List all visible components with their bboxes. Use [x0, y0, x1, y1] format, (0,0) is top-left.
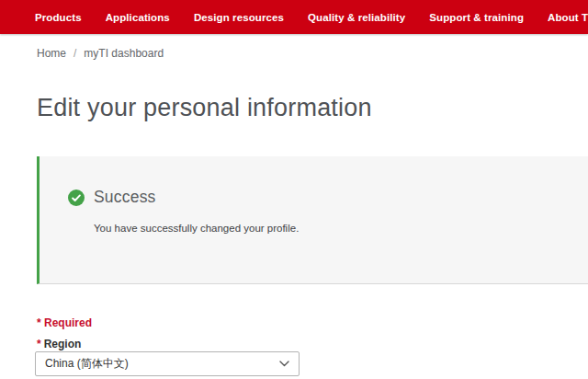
top-nav: Products Applications Design resources Q…: [0, 0, 588, 34]
success-alert: Success You have successfully changed yo…: [37, 156, 588, 284]
breadcrumb-current: myTI dashboard: [84, 47, 164, 60]
nav-item-about-ti[interactable]: About TI: [548, 12, 588, 23]
alert-title: Success: [94, 188, 156, 207]
chevron-down-icon: [279, 361, 289, 367]
alert-message: You have successfully changed your profi…: [94, 223, 570, 234]
nav-item-support-training[interactable]: Support & training: [429, 12, 524, 23]
breadcrumb-separator: /: [74, 47, 76, 60]
nav-item-applications[interactable]: Applications: [106, 12, 170, 23]
required-note: * Required: [37, 316, 92, 329]
required-asterisk: *: [37, 338, 41, 350]
region-select[interactable]: China (简体中文): [35, 351, 300, 376]
edit-personal-information-page: Products Applications Design resources Q…: [0, 0, 588, 379]
breadcrumb: Home / myTI dashboard: [37, 47, 164, 60]
check-circle-icon: [68, 190, 85, 206]
nav-item-quality-reliability[interactable]: Quality & reliability: [308, 12, 405, 23]
region-field-label: *Region: [37, 338, 81, 350]
nav-item-design-resources[interactable]: Design resources: [194, 12, 284, 23]
page-title: Edit your personal information: [37, 94, 372, 122]
success-alert-header: Success: [68, 188, 570, 207]
nav-item-products[interactable]: Products: [35, 12, 82, 23]
breadcrumb-home-link[interactable]: Home: [37, 47, 66, 60]
region-label-text: Region: [44, 338, 82, 350]
region-select-value: China (简体中文): [45, 356, 279, 372]
